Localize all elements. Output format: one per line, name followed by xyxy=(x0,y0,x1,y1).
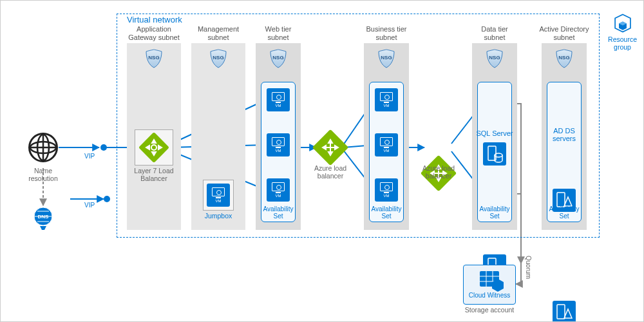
svg-text:NSG: NSG xyxy=(213,55,223,61)
vm-icon: VM xyxy=(207,184,230,207)
vm-icon: VM xyxy=(267,133,290,156)
svg-rect-37 xyxy=(557,305,565,319)
storage-account-label: Storage account xyxy=(460,306,518,314)
availability-set-label: Availability Set xyxy=(261,205,296,220)
vm-icon: VM xyxy=(375,178,398,202)
svg-rect-36 xyxy=(557,193,565,207)
resource-group-icon: Resource group xyxy=(608,12,637,51)
nsg-shield-icon: NSG xyxy=(555,48,573,69)
vm-icon: VM xyxy=(375,88,398,111)
load-balancer-icon xyxy=(138,132,169,163)
dns-icon: DNS xyxy=(33,207,53,231)
svg-text:NSG: NSG xyxy=(489,55,500,61)
vip-endpoint-icon xyxy=(100,144,107,151)
azure-lb-label: Azure load balancer xyxy=(418,164,459,180)
resource-group-label: Resource group xyxy=(608,35,637,51)
availability-set-label: Availability Set xyxy=(477,205,512,220)
hexagon-icon xyxy=(490,278,506,293)
svg-text:DNS: DNS xyxy=(38,214,50,220)
subnet-data-label: Data tier subnet xyxy=(472,25,517,42)
sql-server-label: SQL Server xyxy=(476,129,513,137)
vip-label: VIP xyxy=(84,153,95,160)
load-balancer-icon xyxy=(312,129,349,166)
nsg-shield-icon: NSG xyxy=(269,48,287,69)
svg-text:NSG: NSG xyxy=(148,55,159,61)
vm-icon: VM xyxy=(375,133,398,156)
svg-text:NSG: NSG xyxy=(558,55,569,61)
vm-icon: VM xyxy=(267,178,290,202)
adds-vm-icon xyxy=(553,301,576,322)
virtual-network-label: Virtual network xyxy=(127,15,182,24)
layer7-lb-label: Layer 7 Load Balancer xyxy=(129,167,178,182)
name-resolution-label: Name resolution xyxy=(25,167,61,182)
cloud-witness-box: Cloud Witness xyxy=(463,265,516,305)
svg-point-27 xyxy=(151,145,156,150)
adds-servers-label: AD DS servers xyxy=(545,127,583,142)
sql-vm-icon xyxy=(483,142,506,166)
jumpbox-label: Jumpbox xyxy=(198,212,239,220)
internet-globe-icon xyxy=(28,133,58,162)
jumpbox-box: VM xyxy=(203,180,234,211)
availability-set-label: Availability Set xyxy=(547,205,582,220)
subnet-mgmt-label: Management subnet xyxy=(191,25,245,42)
azure-lb-label: Azure load balancer xyxy=(310,164,351,180)
quorum-label: Quorum xyxy=(525,256,532,279)
vip-label: VIP xyxy=(84,202,95,209)
vip-endpoint-icon xyxy=(104,196,110,202)
vm-icon: VM xyxy=(267,88,290,111)
svg-text:NSG: NSG xyxy=(381,55,392,61)
virtual-network-boundary xyxy=(117,14,600,238)
subnet-appgw-label: Application Gateway subnet xyxy=(127,25,181,42)
nsg-shield-icon: NSG xyxy=(209,48,227,69)
layer7-lb-box xyxy=(135,129,173,166)
subnet-web-label: Web tier subnet xyxy=(256,25,301,42)
svg-text:NSG: NSG xyxy=(272,55,283,61)
nsg-shield-icon: NSG xyxy=(377,48,395,69)
nsg-shield-icon: NSG xyxy=(145,48,163,69)
subnet-ad-label: Active Directory subnet xyxy=(535,25,593,42)
availability-set-label: Availability Set xyxy=(369,205,404,220)
nsg-shield-icon: NSG xyxy=(486,48,504,69)
subnet-biz-label: Business tier subnet xyxy=(364,25,409,42)
